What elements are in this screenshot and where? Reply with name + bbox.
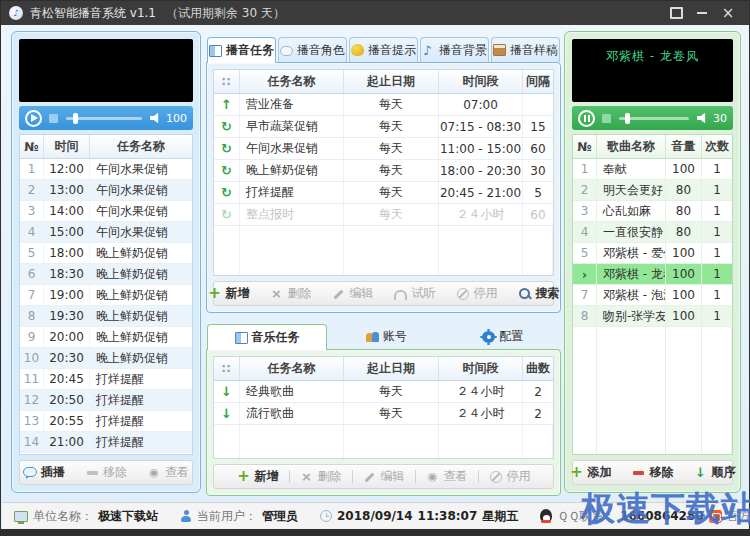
broadcast-progress-slider[interactable] [66, 117, 142, 120]
col-time-span[interactable]: 时间段 [439, 357, 523, 380]
search-button[interactable]: 搜索 [510, 285, 568, 302]
remove-song-button[interactable]: 移除 [624, 464, 682, 481]
task-row[interactable]: 午间水果促销每天11:00 - 15:0060 [214, 138, 553, 160]
edit-music-button[interactable]: 编辑 [355, 468, 413, 485]
song-volume: 100 [666, 306, 702, 326]
col-number[interactable]: № [573, 135, 597, 158]
schedule-row[interactable]: 1120:45打烊提醒 [20, 369, 192, 390]
task-time-span: 07:00 [439, 94, 523, 115]
row-time: 18:30 [44, 264, 90, 284]
col-interval[interactable]: 间隔 [523, 70, 553, 93]
edit-task-button[interactable]: 编辑 [324, 285, 382, 302]
minimize-button[interactable] [689, 4, 715, 22]
schedule-row[interactable]: 1320:55打烊提醒 [20, 411, 192, 432]
tab-config[interactable]: 配置 [446, 324, 561, 349]
song-row[interactable]: ›邓紫棋 - 龙卷风1001 [573, 264, 732, 285]
tab-broadcast-tip[interactable]: 播音提示 [349, 37, 418, 62]
disable-task-button[interactable]: 停用 [448, 285, 506, 302]
close-button[interactable] [715, 4, 741, 22]
schedule-row[interactable]: 518:00晚上鲜奶促销 [20, 243, 192, 264]
order-button[interactable]: 顺序 [686, 464, 744, 481]
song-row[interactable]: 4一直很安静801 [573, 222, 732, 243]
play-button[interactable] [25, 110, 42, 127]
remove-schedule-button[interactable]: 移除 [77, 464, 135, 481]
task-row[interactable]: 早市蔬菜促销每天07:15 - 08:3015 [214, 116, 553, 138]
delete-task-button[interactable]: 删除 [262, 285, 320, 302]
qq-contact-label: ＱＱ联系： [557, 508, 615, 525]
schedule-row[interactable]: 314:00午间水果促销 [20, 201, 192, 222]
col-date-range[interactable]: 起止日期 [344, 357, 439, 380]
taobao-icon[interactable] [709, 510, 722, 523]
song-row[interactable]: 8吻别-张学友1001 [573, 306, 732, 327]
task-row[interactable]: 营业准备每天07:00 [214, 94, 553, 116]
music-progress-slider[interactable] [619, 117, 689, 120]
playlist-toolbar: 添加移除顺序 [572, 460, 733, 485]
row-icon-cell [214, 403, 240, 424]
col-task-name[interactable]: 任务名称 [90, 135, 192, 158]
audition-button[interactable]: 试听 [386, 285, 444, 302]
tab-broadcast-role-label: 播音角色 [297, 42, 345, 59]
col-time[interactable]: 时间 [44, 135, 90, 158]
col-time-span[interactable]: 时间段 [439, 70, 523, 93]
pause-button[interactable] [578, 110, 595, 127]
schedule-row[interactable]: 1421:00打烊提醒 [20, 432, 192, 453]
tab-broadcast-sample[interactable]: 播音样稿 [491, 37, 560, 62]
col-task-name[interactable]: 任务名称 [240, 357, 344, 380]
song-row[interactable]: 3心乱如麻801 [573, 201, 732, 222]
titlebar[interactable]: 青松智能播音系统 v1.1 （试用期剩余 30 天） [1, 1, 749, 25]
schedule-row[interactable]: 1220:50打烊提醒 [20, 390, 192, 411]
tab-broadcast-task[interactable]: 播音任务 [207, 37, 276, 63]
tab-broadcast-background[interactable]: 播音背景 [420, 37, 489, 62]
schedule-row[interactable]: 920:00晚上鲜奶促销 [20, 327, 192, 348]
schedule-row[interactable]: 719:00晚上鲜奶促销 [20, 285, 192, 306]
schedule-row[interactable]: 213:00午间水果促销 [20, 180, 192, 201]
add-song-button[interactable]: 添加 [562, 464, 620, 481]
stop-button[interactable] [602, 114, 611, 123]
task-row[interactable]: 晚上鲜奶促销每天18:00 - 20:3030 [214, 160, 553, 182]
tab-broadcast-sample-label: 播音样稿 [510, 42, 558, 59]
window-bottom-edge [1, 529, 749, 535]
add-music-button[interactable]: 新增 [229, 468, 287, 485]
schedule-row[interactable]: 112:00午间水果促销 [20, 159, 192, 180]
insert-broadcast-button[interactable]: 插播 [15, 464, 73, 481]
schedule-row[interactable]: 618:30晚上鲜奶促销 [20, 264, 192, 285]
col-date-range[interactable]: 起止日期 [344, 70, 439, 93]
view-music-button[interactable]: 查看 [418, 468, 476, 485]
song-row[interactable]: 7邓紫棋 - 泡沫1001 [573, 285, 732, 306]
song-row[interactable]: 1奉献1001 [573, 159, 732, 180]
schedule-row[interactable]: 1020:30晚上鲜奶促销 [20, 348, 192, 369]
col-drag[interactable] [214, 357, 240, 380]
tab-music-task[interactable]: 音乐任务 [207, 324, 327, 350]
slider-handle[interactable] [73, 113, 78, 124]
song-volume: 100 [666, 243, 702, 263]
col-play-count[interactable]: 次数 [702, 135, 732, 158]
tab-broadcast-role[interactable]: 播音角色 [278, 37, 347, 62]
col-drag[interactable] [214, 70, 240, 93]
task-row[interactable]: 打烊提醒每天20:45 - 21:005 [214, 182, 553, 204]
task-row[interactable]: 整点报时每天２４小时60 [214, 204, 553, 226]
row-time: 12:00 [44, 159, 90, 179]
add-song-button-label: 添加 [588, 464, 612, 481]
broadcast-schedule-panel: 100 № 时间 任务名称 112:00午间水果促销213:00午间水果促销31… [11, 31, 201, 493]
song-row[interactable]: 5邓紫棋 - 爱你 -…1001 [573, 243, 732, 264]
music-task-row[interactable]: 流行歌曲每天２４小时2 [214, 403, 553, 425]
disable-music-button[interactable]: 停用 [481, 468, 539, 485]
col-number[interactable]: № [20, 135, 44, 158]
song-row[interactable]: 2明天会更好801 [573, 180, 732, 201]
music-task-row[interactable]: 经典歌曲每天２４小时2 [214, 381, 553, 403]
view-schedule-button[interactable]: 查看 [139, 464, 197, 481]
col-song-count[interactable]: 曲数 [523, 357, 553, 380]
col-task-name[interactable]: 任务名称 [240, 70, 344, 93]
stop-button[interactable] [49, 114, 58, 123]
col-volume[interactable]: 音量 [666, 135, 702, 158]
col-song-name[interactable]: 歌曲名称 [597, 135, 666, 158]
tray-icon[interactable] [663, 4, 689, 22]
schedule-row[interactable]: 819:30晚上鲜奶促销 [20, 306, 192, 327]
delete-music-button[interactable]: 删除 [292, 468, 350, 485]
add-task-button[interactable]: 新增 [200, 285, 258, 302]
taobao-store-link[interactable]: 官方淘宝 [727, 508, 750, 525]
tab-account[interactable]: 账号 [329, 324, 444, 349]
slider-handle[interactable] [625, 113, 630, 124]
task-interval: 5 [523, 182, 553, 203]
schedule-row[interactable]: 415:00午间水果促销 [20, 222, 192, 243]
